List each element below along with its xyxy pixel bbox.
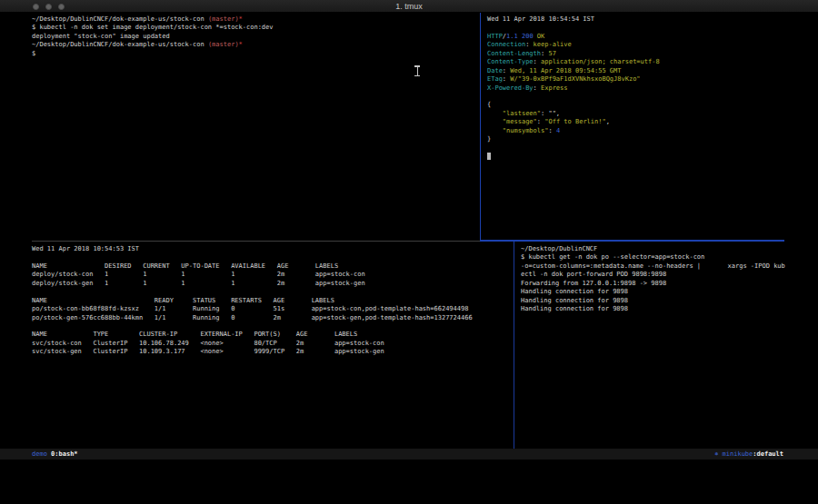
terminal-line: X-Powered-By: Express [487,84,787,93]
text-segment: Date [487,67,503,74]
text-segment: 200 [522,33,534,40]
text-segment: ectl -n dok port-forward POD 9898:9898 [521,271,666,278]
terminal-line: Connection: keep-alive [487,41,787,49]
session-and-window-tab[interactable]: demo 0:bash* [32,449,78,460]
terminal-line [487,93,787,101]
text-segment: $ [32,50,35,57]
pane-shell-top-left[interactable]: ~/Desktop/DublinCNCF/dok-example-us/stoc… [32,15,477,58]
text-segment: Handling connection for 9898 [521,297,628,304]
text-segment: X-Powered-By [487,84,534,92]
text-segment: Connection [487,41,525,48]
terminal-line [32,322,509,331]
terminal-line: svc/stock-gen ClusterIP 10.109.3.177 <no… [32,348,509,356]
pane-divider-horizontal-left[interactable] [32,241,480,242]
text-segment: NAME DESIRED CURRENT UP-TO-DATE AVAILABL… [32,262,338,270]
terminal-line: deploy/stock-con 1 1 1 1 2m app=stock-co… [32,271,509,279]
window-titlebar: 1. tmux [0,0,818,13]
text-segment: Content-Type [487,58,534,65]
text-segment: svc/stock-con ClusterIP 10.106.78.249 <n… [32,340,384,347]
text-segment: ~/Desktop/DublinCNCF [521,245,597,252]
pane-divider-horizontal-right[interactable] [480,240,784,242]
text-segment [487,118,503,125]
terminal-line: ~/Desktop/DublinCNCF/dok-example-us/stoc… [32,41,477,49]
text-segment: , [606,118,610,125]
text-segment: : [534,84,541,92]
terminal-line: $ kubectl -n dok set image deployment/st… [32,24,477,32]
text-segment: "numsymbols" [503,127,549,134]
tmux-status-bar: demo 0:bash* ⎈ minikube:default [0,449,818,460]
text-segment: po/stock-con-bb68f88fd-kzsxz 1/1 Running… [32,305,468,312]
kube-context-indicator: ⎈ minikube:default [714,449,783,460]
text-segment: } [487,135,491,143]
terminal-line: NAME DESIRED CURRENT UP-TO-DATE AVAILABL… [32,262,509,271]
terminal-line: $ [32,50,477,58]
pane-kubectl-resources-bottom-left[interactable]: Wed 11 Apr 2018 10:54:53 IST NAME DESIRE… [32,245,509,357]
terminal-line [487,24,787,32]
terminal-line: "numsymbols": 4 [487,127,787,135]
text-segment: OK [537,33,544,40]
text-segment: ETag [487,75,503,83]
pane-divider-vertical-bottom[interactable] [514,242,514,449]
terminal-line: Wed 11 Apr 2018 10:54:53 IST [32,245,509,253]
window-title: 1. tmux [0,0,818,13]
terminal-line: -o=custom-columns=:metadata.name --no-he… [521,262,787,271]
terminal-line: ~/Desktop/DublinCNCF/dok-example-us/stoc… [32,15,477,24]
terminal-line: Handling connection for 9898 [521,305,787,313]
text-segment: deploy/stock-gen 1 1 1 1 2m app=stock-ge… [32,280,365,287]
terminal-line: "lastseen": "", [487,110,787,118]
pane-divider-vertical-top[interactable] [480,13,481,240]
terminal-line: ectl -n dok port-forward POD 9898:9898 [521,271,787,279]
terminal-line: deploy/stock-gen 1 1 1 1 2m app=stock-ge… [32,280,509,288]
text-segment: "lastseen" [503,110,541,117]
text-segment: 57 [548,50,555,57]
text-segment: : [525,41,533,48]
text-segment: po/stock-gen-576cc688bb-44kmn 1/1 Runnin… [32,314,473,321]
terminal-line: po/stock-con-bb68f88fd-kzsxz 1/1 Running… [32,305,509,313]
terminal-line: Forwarding from 127.0.0.1:9898 -> 9898 [521,280,787,288]
text-segment: demo [32,450,47,458]
text-segment: * [239,15,243,23]
text-segment: W/"39-0xBPf9aF1dXVNkhsxoBQgJ8vKzo" [510,75,640,83]
text-segment: -o=custom-columns=:metadata.name --no-he… [521,262,785,270]
terminal-line: $ kubectl get -n dok po --selector=app=s… [521,253,787,262]
terminal-line: Content-Type: application/json; charset=… [487,58,787,66]
terminal-line [32,288,509,296]
text-segment: "Off to Berlin!" [544,118,605,125]
terminal-line: deployment "stock-con" image updated [32,33,477,41]
text-segment: application/json; charset=utf-8 [541,58,660,65]
text-segment: 4 [556,127,560,134]
text-segment: Wed 11 Apr 2018 10:54:53 IST [32,245,139,252]
text-segment: NAME TYPE CLUSTER-IP EXTERNAL-IP PORT(S)… [32,331,357,338]
text-segment: Forwarding from 127.0.0.1:9898 -> 9898 [521,280,666,287]
terminal-line: Wed 11 Apr 2018 10:54:54 IST [487,15,787,24]
text-segment: ~/Desktop/DublinCNCF/dok-example-us/stoc… [32,41,208,48]
text-segment: 0:bash* [47,450,78,458]
text-segment: NAME READY STATUS RESTARTS AGE LABELS [32,297,334,304]
text-segment: Wed 11 Apr 2018 10:54:54 IST [487,15,594,23]
terminal-line: Date: Wed, 11 Apr 2018 09:54:55 GMT [487,67,787,75]
terminal-line: Handling connection for 9898 [521,297,787,305]
terminal-line [32,253,509,262]
terminal-line: Content-Length: 57 [487,50,787,58]
terminal-line: NAME TYPE CLUSTER-IP EXTERNAL-IP PORT(S)… [32,331,509,339]
text-segment: Content-Length [487,50,541,57]
text-segment: Handling connection for 9898 [521,288,628,295]
terminal-window: 1. tmux ~/Desktop/DublinCNCF/dok-example… [0,0,818,504]
text-segment: Wed, 11 Apr 2018 09:54:55 GMT [510,67,621,74]
terminal-line: { [487,101,787,109]
text-segment: keep-alive [534,41,572,48]
text-segment: (master) [208,15,239,23]
text-segment: HTTP [487,33,503,40]
pane-http-response-top-right[interactable]: Wed 11 Apr 2018 10:54:54 IST HTTP/1.1 20… [487,15,787,161]
text-segment [487,110,503,117]
text-segment: Express [541,84,568,92]
text-segment: { [487,101,491,108]
terminal-line: po/stock-gen-576cc688bb-44kmn 1/1 Runnin… [32,314,509,322]
terminal-line: ETag: W/"39-0xBPf9aF1dXVNkhsxoBQgJ8vKzo" [487,75,787,84]
text-segment [487,153,491,160]
pane-port-forward-bottom-right[interactable]: ~/Desktop/DublinCNCF$ kubectl get -n dok… [521,245,787,314]
terminal-line [487,144,787,153]
text-segment: $ kubectl -n dok set image deployment/st… [32,24,274,31]
text-segment: $ kubectl get -n dok po --selector=app=s… [521,253,704,261]
text-segment: : [534,58,541,65]
